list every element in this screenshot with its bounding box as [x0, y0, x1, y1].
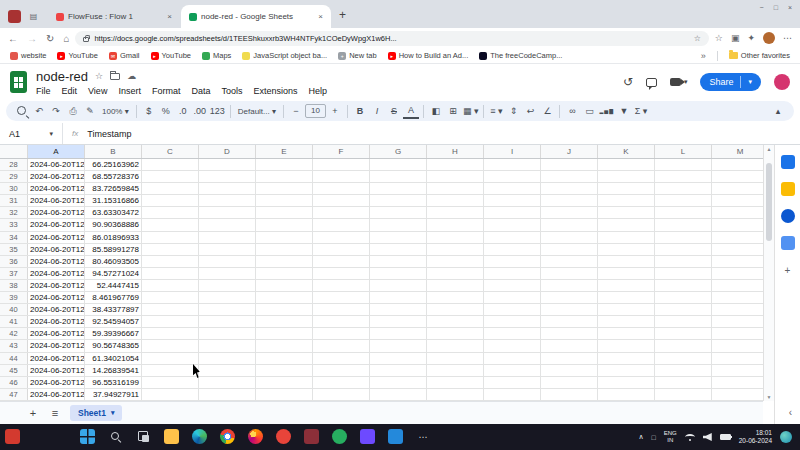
- borders-icon[interactable]: ⊞: [445, 102, 461, 120]
- home-icon[interactable]: ⌂: [63, 33, 69, 44]
- volume-icon[interactable]: [703, 433, 712, 441]
- move-folder-icon[interactable]: [110, 73, 120, 80]
- scroll-down-icon[interactable]: ▼: [764, 393, 774, 401]
- extensions-icon[interactable]: ✦: [747, 33, 755, 43]
- menu-item[interactable]: Help: [308, 86, 327, 96]
- toolbar-separator[interactable]: [347, 105, 348, 118]
- row-header[interactable]: 38: [0, 280, 28, 291]
- column-header[interactable]: M: [712, 145, 763, 158]
- menu-item[interactable]: View: [88, 86, 107, 96]
- cell-value[interactable]: 37.94927911: [85, 389, 142, 400]
- cell-timestamp[interactable]: 2024-06-20T12:: [28, 256, 85, 267]
- version-history-icon[interactable]: ↺: [623, 75, 633, 89]
- favorites-icon[interactable]: ☆: [715, 33, 723, 43]
- bookmark-item[interactable]: ▸ YouTube: [151, 51, 191, 60]
- cell-value[interactable]: 31.15316866: [85, 195, 142, 206]
- tasks-icon[interactable]: [781, 209, 795, 223]
- bookmark-item[interactable]: ▸ How to Build an Ad...: [388, 51, 469, 60]
- sheet-tab-caret-icon[interactable]: ▾: [111, 409, 115, 417]
- row-header[interactable]: 43: [0, 340, 28, 351]
- column-header[interactable]: D: [199, 145, 256, 158]
- increase-font-size-icon[interactable]: +: [327, 102, 343, 120]
- cell-value[interactable]: 8.461967769: [85, 292, 142, 303]
- row-header[interactable]: 39: [0, 292, 28, 303]
- more-formats-icon[interactable]: 123: [209, 102, 226, 120]
- bookmark-item[interactable]: The freeCodeCamp...: [479, 51, 562, 60]
- forward-icon[interactable]: →: [27, 33, 37, 44]
- add-favorite-icon[interactable]: ☆: [694, 34, 701, 43]
- tray-hidden-icon[interactable]: □: [652, 434, 656, 441]
- search-button[interactable]: [108, 429, 123, 444]
- empty-cells[interactable]: [142, 171, 763, 182]
- cell-timestamp[interactable]: 2024-06-20T12:: [28, 280, 85, 291]
- new-tab-button[interactable]: +: [339, 8, 346, 22]
- name-box-caret-icon[interactable]: ▾: [49, 130, 53, 138]
- select-all-corner[interactable]: [0, 145, 28, 158]
- column-header[interactable]: J: [541, 145, 598, 158]
- bookmark-item[interactable]: website: [10, 51, 46, 60]
- cell-timestamp[interactable]: 2024-06-20T12:: [28, 244, 85, 255]
- create-filter-icon[interactable]: ▼: [616, 102, 632, 120]
- cell-timestamp[interactable]: 2024-06-20T12:: [28, 340, 85, 351]
- column-header[interactable]: A: [28, 145, 85, 158]
- cell-timestamp[interactable]: 2024-06-20T12:: [28, 389, 85, 400]
- firefox-icon[interactable]: [248, 429, 263, 444]
- toolbar-separator[interactable]: [230, 105, 231, 118]
- text-color-icon[interactable]: A: [403, 103, 419, 119]
- column-header[interactable]: I: [484, 145, 541, 158]
- collections-icon[interactable]: ▣: [731, 33, 740, 43]
- star-icon[interactable]: ☆: [95, 71, 103, 81]
- meet-icon[interactable]: ▾: [670, 78, 688, 86]
- back-icon[interactable]: ←: [8, 33, 18, 44]
- format-percent-icon[interactable]: %: [158, 102, 174, 120]
- menu-item[interactable]: Extensions: [253, 86, 297, 96]
- empty-cells[interactable]: [142, 159, 763, 170]
- print-icon[interactable]: ⎙: [65, 102, 81, 120]
- menu-item[interactable]: Edit: [62, 86, 78, 96]
- functions-icon[interactable]: Σ ▾: [633, 102, 649, 120]
- browser-tab[interactable]: node-red - Google Sheets ×: [181, 5, 331, 28]
- row-header[interactable]: 40: [0, 304, 28, 315]
- column-header[interactable]: G: [370, 145, 427, 158]
- row-header[interactable]: 42: [0, 328, 28, 339]
- cell-value[interactable]: 66.25163962: [85, 159, 142, 170]
- tab-close-icon[interactable]: ×: [318, 12, 323, 21]
- empty-cells[interactable]: [142, 183, 763, 194]
- browser-profile-avatar[interactable]: [763, 32, 775, 44]
- collapse-panel-icon[interactable]: ‹: [789, 407, 792, 418]
- empty-cells[interactable]: [142, 389, 763, 400]
- cell-timestamp[interactable]: 2024-06-20T12:: [28, 159, 85, 170]
- cell-timestamp[interactable]: 2024-06-20T12:: [28, 207, 85, 218]
- toolbar-separator[interactable]: [283, 105, 284, 118]
- search-icon[interactable]: [14, 103, 30, 119]
- minimize-icon[interactable]: −: [760, 4, 764, 11]
- cell-timestamp[interactable]: 2024-06-20T12:: [28, 232, 85, 243]
- cell-value[interactable]: 59.39396667: [85, 328, 142, 339]
- wifi-icon[interactable]: [685, 434, 695, 440]
- cell-value[interactable]: 94.57271024: [85, 268, 142, 279]
- row-header[interactable]: 46: [0, 377, 28, 388]
- comment-history-icon[interactable]: [646, 78, 657, 87]
- cell-timestamp[interactable]: 2024-06-20T12:: [28, 304, 85, 315]
- row-header[interactable]: 44: [0, 353, 28, 364]
- fill-color-icon[interactable]: ◧: [428, 102, 444, 120]
- cell-value[interactable]: 68.55728376: [85, 171, 142, 182]
- strikethrough-icon[interactable]: S: [386, 102, 402, 120]
- row-header[interactable]: 41: [0, 316, 28, 327]
- more-apps-icon[interactable]: ⋯: [416, 429, 431, 444]
- empty-cells[interactable]: [142, 232, 763, 243]
- cell-timestamp[interactable]: 2024-06-20T12:: [28, 219, 85, 230]
- close-icon[interactable]: ×: [788, 4, 792, 11]
- row-header[interactable]: 32: [0, 207, 28, 218]
- scrollbar-thumb[interactable]: [766, 163, 772, 241]
- toolbar-separator[interactable]: [136, 105, 137, 118]
- cell-value[interactable]: 38.43377897: [85, 304, 142, 315]
- contacts-icon[interactable]: [781, 236, 795, 250]
- row-header[interactable]: 28: [0, 159, 28, 170]
- toolbar-separator[interactable]: [483, 105, 484, 118]
- vscode-icon[interactable]: [388, 429, 403, 444]
- bold-icon[interactable]: B: [352, 102, 368, 120]
- menu-item[interactable]: Insert: [118, 86, 141, 96]
- text-rotate-icon[interactable]: ∠: [539, 102, 555, 120]
- browser-tab[interactable]: FlowFuse : Flow 1 ×: [48, 5, 180, 28]
